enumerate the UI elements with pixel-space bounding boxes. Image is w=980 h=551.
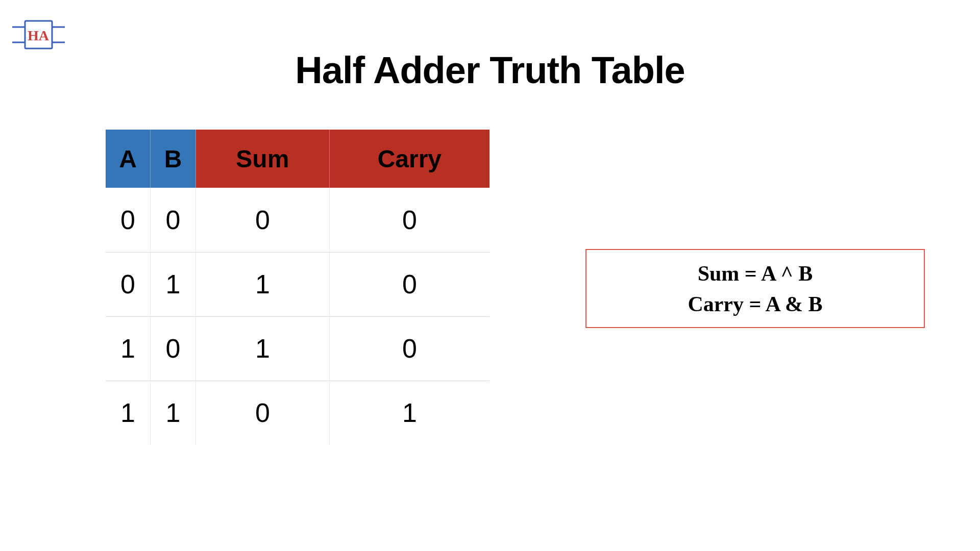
cell-a: 0	[106, 252, 151, 316]
formula-box: Sum = A ^ B Carry = A & B	[585, 249, 925, 328]
cell-carry: 0	[329, 316, 489, 381]
cell-sum: 0	[196, 381, 330, 445]
cell-carry: 0	[329, 188, 489, 252]
formula-sum: Sum = A ^ B	[698, 261, 813, 286]
page-title: Half Adder Truth Table	[0, 48, 980, 92]
cell-b: 0	[151, 316, 196, 381]
cell-a: 0	[106, 188, 151, 252]
cell-a: 1	[106, 381, 151, 445]
table-row: 0 0 0 0	[106, 188, 489, 252]
table-row: 1 1 0 1	[106, 381, 489, 445]
formula-carry: Carry = A & B	[688, 292, 822, 316]
table-header-row: A B Sum Carry	[106, 130, 489, 188]
cell-a: 1	[106, 316, 151, 381]
truth-table: A B Sum Carry 0 0 0 0 0 1 1 0 1 0 1	[106, 130, 489, 445]
cell-sum: 1	[196, 252, 330, 316]
cell-sum: 0	[196, 188, 330, 252]
table-row: 1 0 1 0	[106, 316, 489, 381]
cell-sum: 1	[196, 316, 330, 381]
header-a: A	[106, 130, 151, 188]
half-adder-icon: HA	[12, 19, 65, 50]
cell-b: 0	[151, 188, 196, 252]
table-row: 0 1 1 0	[106, 252, 489, 316]
cell-b: 1	[151, 252, 196, 316]
cell-carry: 1	[329, 381, 489, 445]
cell-carry: 0	[329, 252, 489, 316]
truth-table-container: A B Sum Carry 0 0 0 0 0 1 1 0 1 0 1	[106, 130, 489, 445]
header-sum: Sum	[196, 130, 330, 188]
header-carry: Carry	[329, 130, 489, 188]
cell-b: 1	[151, 381, 196, 445]
header-b: B	[151, 130, 196, 188]
svg-text:HA: HA	[28, 28, 50, 43]
